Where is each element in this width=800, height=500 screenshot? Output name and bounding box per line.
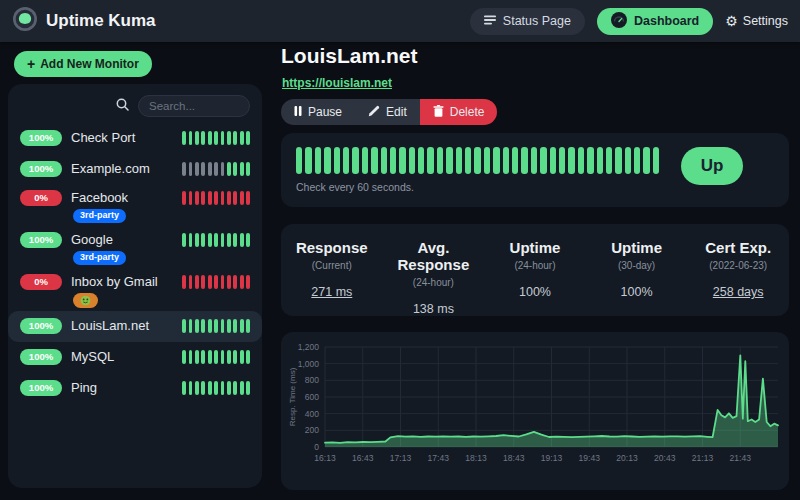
heartbeat-tick (208, 319, 212, 333)
svg-text:17:43: 17:43 (428, 453, 450, 463)
monitor-url-link[interactable]: https://louislam.net (282, 76, 392, 90)
stat-value: 138 ms (383, 302, 485, 316)
heartbeat-mini-bar (182, 275, 250, 289)
monitor-list-item[interactable]: 100% Check Port (8, 123, 262, 154)
heartbeat-tick (195, 191, 199, 205)
heartbeat-tick (334, 147, 340, 174)
heartbeat-tick (189, 319, 193, 333)
monitor-name: MySQL (71, 349, 114, 365)
monitor-name: Facebook (71, 190, 128, 206)
heartbeat-tick (503, 147, 509, 174)
svg-text:1,000: 1,000 (298, 359, 320, 369)
svg-text:21:13: 21:13 (692, 453, 714, 463)
heartbeat-tick (227, 162, 231, 176)
heartbeat-tick (182, 233, 186, 247)
heartbeat-tick (182, 350, 186, 364)
heartbeat-tick (296, 147, 302, 174)
trash-icon (433, 105, 444, 120)
heartbeat-tick (195, 275, 199, 289)
svg-text:1,200: 1,200 (298, 342, 320, 352)
stats-card: Response (Current) 271 ms Avg. Response … (281, 224, 789, 316)
stat-subtitle: (2022-06-23) (687, 260, 789, 271)
heartbeat-tick (427, 147, 433, 174)
heartbeat-tick (446, 147, 452, 174)
monitor-info: Ping (71, 380, 97, 396)
search-input[interactable] (138, 95, 250, 117)
heartbeat-tick (233, 350, 237, 364)
heartbeat-tick (399, 147, 405, 174)
heartbeat-tick (227, 191, 231, 205)
uptime-badge: 0% (20, 274, 62, 290)
heartbeat-tick (221, 131, 225, 145)
stat-column: Cert Exp. (2022-06-23) 258 days (687, 239, 789, 316)
app-brand[interactable]: Uptime Kuma (12, 6, 156, 37)
settings-button[interactable]: ⚙ Settings (725, 14, 788, 28)
heartbeat-tick (550, 147, 556, 174)
status-page-button[interactable]: Status Page (470, 8, 585, 35)
monitor-info: Example.com (71, 161, 150, 177)
heartbeat-tick (371, 147, 377, 174)
monitor-tag: 3rd-party (73, 251, 126, 265)
monitor-name: Ping (71, 380, 97, 396)
heartbeat-tick (214, 381, 218, 395)
heartbeat-tick (227, 319, 231, 333)
stat-value[interactable]: 258 days (687, 285, 789, 299)
monitor-list-item[interactable]: 100% MySQL (8, 342, 262, 373)
stat-value: 100% (586, 285, 688, 299)
stat-label: Avg. Response (383, 239, 485, 273)
heartbeat-tick (409, 147, 415, 174)
stat-label: Uptime (586, 239, 688, 256)
delete-button[interactable]: Delete (420, 99, 498, 125)
pause-button[interactable]: Pause (281, 99, 355, 125)
heartbeat-tick (189, 275, 193, 289)
svg-text:19:13: 19:13 (541, 453, 563, 463)
monitor-list-item[interactable]: 0% Inbox by Gmail (8, 269, 262, 311)
monitor-list-item[interactable]: 100% Google 3rd-party (8, 227, 262, 269)
heartbeat-tick (418, 147, 424, 174)
monitor-list-item[interactable]: 100% Example.com (8, 154, 262, 185)
heartbeat-tick (227, 233, 231, 247)
heartbeat-tick (474, 147, 480, 174)
monitor-tag: 3rd-party (73, 209, 126, 223)
heartbeat-tick (182, 275, 186, 289)
heartbeat-tick (195, 131, 199, 145)
heartbeat-tick (484, 147, 490, 174)
heartbeat-tick (240, 381, 244, 395)
dashboard-icon (611, 12, 627, 31)
heartbeat-tick (233, 275, 237, 289)
dashboard-label: Dashboard (634, 14, 699, 28)
add-new-monitor-button[interactable]: + Add New Monitor (14, 51, 152, 77)
heartbeat-tick (606, 147, 612, 174)
heartbeat-tick (634, 147, 640, 174)
heartbeat-tick (240, 319, 244, 333)
search-row (8, 90, 262, 123)
svg-text:400: 400 (305, 409, 319, 419)
heartbeat-tick (246, 162, 250, 176)
heartbeat-tick (208, 381, 212, 395)
heartbeat-tick (201, 275, 205, 289)
monitor-list-item[interactable]: 100% LouisLam.net (8, 311, 262, 342)
svg-text:16:43: 16:43 (352, 453, 374, 463)
heartbeat-tick (240, 191, 244, 205)
gear-icon: ⚙ (725, 14, 738, 28)
heartbeat-tick (182, 162, 186, 176)
sick-face-emoji-icon (80, 295, 91, 306)
heartbeat-tick (201, 350, 205, 364)
heartbeat-tick (221, 319, 225, 333)
stat-value[interactable]: 271 ms (281, 285, 383, 299)
svg-text:19:43: 19:43 (579, 453, 601, 463)
heartbeat-tick (246, 319, 250, 333)
monitor-info: Inbox by Gmail (71, 274, 158, 308)
heartbeat-tick (189, 233, 193, 247)
edit-button[interactable]: Edit (355, 99, 420, 125)
stat-value: 100% (484, 285, 586, 299)
heartbeat-tick (195, 319, 199, 333)
dashboard-button[interactable]: Dashboard (597, 8, 713, 35)
monitor-list-item[interactable]: 100% Ping (8, 373, 262, 404)
heartbeat-tick (189, 350, 193, 364)
heartbeat-tick (227, 381, 231, 395)
heartbeat-tick (597, 147, 603, 174)
edit-icon (368, 105, 380, 119)
heartbeat-tick (221, 275, 225, 289)
monitor-list-item[interactable]: 0% Facebook 3rd-party (8, 185, 262, 227)
